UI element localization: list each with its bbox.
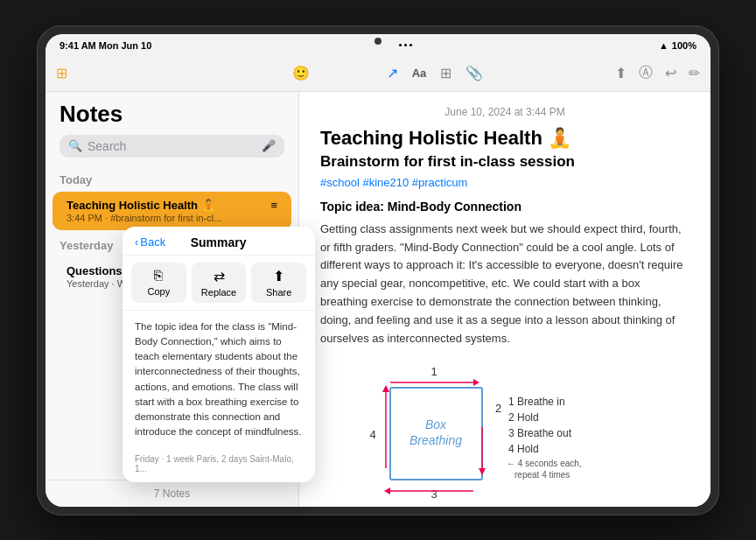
note-body-paragraph: Getting class assignments next week but …: [320, 221, 690, 348]
at-mention-icon[interactable]: Ⓐ: [639, 64, 653, 82]
summary-title: Summary: [165, 235, 271, 249]
share-icon[interactable]: ⬆: [615, 65, 626, 81]
ipad-screen: 9:41 AM Mon Jun 10 ▲ 100% ⊞ 🙂 ↗ Aa: [46, 34, 710, 507]
pencil-draw-icon[interactable]: ↗: [387, 65, 398, 81]
copy-button[interactable]: ⎘ Copy: [131, 263, 186, 303]
notes-grid-icon[interactable]: ⊞: [56, 65, 67, 81]
sidebar-header: Notes 🔍 Search 🎤: [46, 92, 298, 166]
svg-text:1  Breathe in: 1 Breathe in: [508, 396, 565, 408]
search-placeholder: Search: [88, 139, 256, 153]
replace-icon: ⇄: [214, 268, 225, 284]
note-item-header: Teaching Holistic Health 🧘 ≡: [66, 199, 277, 212]
svg-marker-8: [479, 468, 486, 475]
note-meta: 3:44 PM · #brainstorm for first in-cl...: [66, 213, 277, 223]
back-button[interactable]: ‹ Back: [135, 235, 165, 249]
topic-section-title: Topic idea: Mind-Body Connection: [320, 200, 690, 214]
svg-text:3  Breathe out: 3 Breathe out: [508, 427, 572, 439]
chevron-left-icon: ‹: [135, 235, 138, 249]
toolbar-left: ⊞ 🙂: [56, 65, 310, 81]
search-icon: 🔍: [68, 139, 82, 152]
svg-text:Box: Box: [425, 417, 447, 431]
note-heading: Teaching Holistic Health 🧘: [320, 127, 690, 150]
note-subheading: Brainstorm for first in-class session: [320, 153, 690, 171]
summary-popup: ‹ Back Summary ⎘ Copy ⇄ Replace: [122, 227, 315, 482]
svg-text:← 4 seconds each,: ← 4 seconds each,: [507, 459, 582, 468]
note-lines-icon: ≡: [270, 199, 277, 212]
svg-text:4  Hold: 4 Hold: [508, 443, 539, 455]
toolbar-center: ↗ Aa ⊞ 📎: [310, 65, 560, 81]
replace-button[interactable]: ⇄ Replace: [192, 263, 247, 303]
camera-notch: [374, 38, 382, 45]
summary-footer: Friday · 1 week Paris, 2 days Saint-Malo…: [122, 449, 315, 482]
summary-nav: ‹ Back Summary: [122, 227, 315, 256]
ipad-frame: 9:41 AM Mon Jun 10 ▲ 100% ⊞ 🙂 ↗ Aa: [37, 25, 719, 515]
status-time: 9:41 AM Mon Jun 10: [60, 40, 151, 51]
compose-icon[interactable]: ✏: [689, 65, 700, 81]
svg-text:2  Hold: 2 Hold: [508, 411, 539, 424]
diagram-container: 1 Box Breathing 2: [320, 361, 690, 506]
undo-icon[interactable]: ↩: [665, 65, 676, 81]
note-title: Teaching Holistic Health 🧘: [66, 199, 215, 212]
text-format-icon[interactable]: Aa: [412, 67, 427, 80]
svg-text:repeat 4 times: repeat 4 times: [514, 470, 570, 480]
summary-actions: ⎘ Copy ⇄ Replace ⬆ Share: [122, 256, 315, 311]
status-center: [399, 44, 412, 46]
sidebar-title: Notes: [60, 101, 284, 128]
svg-marker-14: [382, 385, 389, 392]
attachment-icon[interactable]: 📎: [466, 65, 483, 81]
copy-icon: ⎘: [154, 268, 163, 284]
svg-marker-11: [384, 487, 390, 494]
note-item-teaching-holistic[interactable]: Teaching Holistic Health 🧘 ≡ 3:44 PM · #…: [52, 192, 291, 230]
share-popup-icon: ⬆: [273, 268, 284, 284]
svg-text:Breathing: Breathing: [410, 433, 462, 447]
today-header: Today: [46, 166, 298, 190]
svg-text:2: 2: [495, 402, 501, 415]
note-tags: #school #kine210 #practicum: [320, 176, 690, 189]
toolbar: ⊞ 🙂 ↗ Aa ⊞ 📎 ⬆ Ⓐ ↩ ✏: [46, 55, 710, 92]
note-detail: June 10, 2024 at 3:44 PM Teaching Holist…: [299, 92, 710, 507]
summary-body: The topic idea for the class is "Mind-Bo…: [122, 311, 315, 449]
toolbar-right: ⬆ Ⓐ ↩ ✏: [560, 64, 700, 82]
wifi-icon: ▲: [659, 40, 668, 51]
main-content: Notes 🔍 Search 🎤 Today Teaching Holistic…: [46, 92, 710, 507]
mic-icon[interactable]: 🎤: [262, 139, 276, 152]
battery-label: 100%: [672, 40, 696, 51]
svg-text:1: 1: [430, 365, 437, 378]
box-breathing-diagram: 1 Box Breathing 2: [320, 361, 592, 506]
note-date: June 10, 2024 at 3:44 PM: [320, 106, 690, 118]
svg-text:4: 4: [369, 428, 375, 441]
search-bar[interactable]: 🔍 Search 🎤: [60, 135, 284, 158]
table-insert-icon[interactable]: ⊞: [440, 65, 452, 81]
diagram-svg: 1 Box Breathing 2: [320, 361, 592, 506]
svg-text:3: 3: [430, 487, 437, 501]
status-right: ▲ 100%: [659, 40, 696, 51]
svg-marker-2: [473, 379, 480, 386]
sidebar-footer: 7 Notes: [46, 480, 298, 507]
smiley-icon[interactable]: 🙂: [292, 65, 310, 81]
share-popup-button[interactable]: ⬆ Share: [251, 263, 306, 303]
